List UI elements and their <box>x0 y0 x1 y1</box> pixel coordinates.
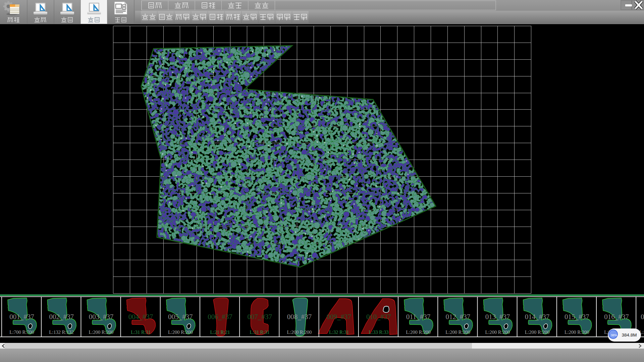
svg-text:015_#37: 015_#37 <box>565 313 589 321</box>
svg-text:L:200 R:200: L:200 R:200 <box>287 329 312 335</box>
svg-text:L:132 R:132: L:132 R:132 <box>49 329 74 335</box>
svg-text:003_#37: 003_#37 <box>89 313 114 321</box>
svg-text:008_#37: 008_#37 <box>287 313 312 321</box>
svg-text:0: 0 <box>641 313 644 321</box>
svg-text:004_#37: 004_#37 <box>128 313 153 321</box>
svg-text:010_#37: 010_#37 <box>366 313 391 321</box>
svg-text:001_#37: 001_#37 <box>9 313 34 321</box>
svg-text:L:200 R:200: L:200 R:200 <box>168 329 193 335</box>
svg-text:L:200 R:200: L:200 R:200 <box>485 329 510 335</box>
svg-text:L:32 R:31: L:32 R:31 <box>329 329 349 335</box>
svg-text:012_#37: 012_#37 <box>445 313 470 321</box>
svg-text:L:31 R:31: L:31 R:31 <box>250 329 270 335</box>
svg-text:009_#37: 009_#37 <box>327 313 352 321</box>
svg-text:014_#37: 014_#37 <box>525 313 550 321</box>
svg-text:L:200 R:200: L:200 R:200 <box>565 329 589 335</box>
svg-text:L:200 R:200: L:200 R:200 <box>406 329 431 335</box>
svg-text:011_#37: 011_#37 <box>406 313 431 321</box>
svg-text:006_#37: 006_#37 <box>208 313 232 321</box>
svg-text:016_#37: 016_#37 <box>604 313 629 321</box>
svg-text:L:200 R:200: L:200 R:200 <box>89 329 114 335</box>
svg-text:L:200 R:200: L:200 R:200 <box>445 329 470 335</box>
svg-text:L:31 R:31: L:31 R:31 <box>131 329 151 335</box>
svg-text:002_#37: 002_#37 <box>49 313 74 321</box>
svg-text:L:700 R:700: L:700 R:700 <box>9 329 34 335</box>
svg-text:013_#37: 013_#37 <box>485 313 510 321</box>
svg-text:L:33 R:33: L:33 R:33 <box>369 329 388 335</box>
svg-text:L:21 R:21: L:21 R:21 <box>210 329 230 335</box>
svg-text:L:200 R:200: L:200 R:200 <box>525 329 550 335</box>
svg-text:005_#37: 005_#37 <box>168 313 193 321</box>
svg-text:007_#37: 007_#37 <box>247 313 272 321</box>
